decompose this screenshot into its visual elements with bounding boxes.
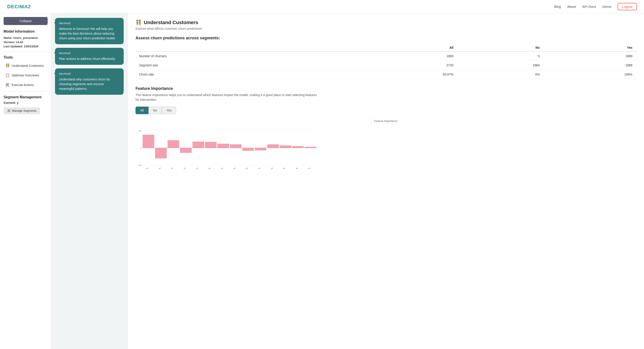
- manage-segments-button[interactable]: ⚒️ Manage Segments: [4, 107, 40, 114]
- model-last-updated-value: 13/01/2024: [24, 45, 38, 48]
- model-version-label: Version:: [4, 40, 15, 44]
- svg-rect-19: [218, 144, 229, 148]
- svg-text:0: 0: [140, 147, 141, 149]
- page-subtitle: Explore what affects customer churn pred…: [136, 27, 636, 30]
- svg-rect-11: [168, 140, 179, 148]
- row-yes: 1869: [544, 61, 636, 70]
- feature-importance-title: Feature Importance: [136, 86, 636, 91]
- logout-button[interactable]: Logout: [618, 3, 637, 10]
- chat-sender-2: decima2: [59, 72, 120, 75]
- toggle-yes-button[interactable]: Yes: [162, 107, 176, 114]
- svg-text:MultipleLines_No: MultipleLines_No: [288, 167, 298, 169]
- nav-api-docs[interactable]: API Docs: [582, 5, 596, 8]
- svg-rect-27: [268, 145, 279, 148]
- feature-importance-desc: The feature importance helps you to unde…: [136, 93, 319, 102]
- manage-segments-label: Manage Segments: [12, 109, 36, 112]
- row-yes: 1869: [544, 51, 636, 61]
- model-name-label: Name:: [4, 36, 12, 39]
- svg-text:Contract_Month-to-month: Contract_Month-to-month: [136, 167, 149, 169]
- row-all: 50.07%: [348, 70, 457, 79]
- tools-title: Tools: [4, 55, 48, 59]
- row-label: Segment size: [136, 61, 348, 70]
- optimise-outcomes-label: Optimise Outcomes: [12, 73, 39, 77]
- col-header-all: All: [348, 44, 457, 51]
- row-no: 0: [457, 51, 544, 61]
- svg-text:InternetService_No: InternetService_No: [200, 167, 211, 169]
- page-title: Understand Customers: [144, 20, 198, 25]
- svg-rect-21: [230, 145, 241, 148]
- svg-rect-33: [305, 147, 316, 148]
- sidebar-item-optimise-outcomes[interactable]: 📋 Optimise Outcomes: [4, 72, 48, 78]
- model-info-title: Model Information: [4, 29, 48, 33]
- table-row: Number of churners 1869 0 1869: [136, 51, 636, 61]
- svg-text:TechSupport_Yes: TechSupport_Yes: [226, 167, 236, 169]
- chat-text-2: Understand why customers churn by choosi…: [59, 77, 120, 91]
- toggle-all-button[interactable]: All: [136, 107, 148, 114]
- nav-links: Blog About API Docs Demo Logout: [554, 3, 637, 10]
- svg-rect-15: [192, 142, 204, 148]
- execute-actions-icon: ⚒️: [5, 83, 10, 87]
- svg-rect-7: [143, 135, 154, 148]
- app-body: Collapse Model Information Name: churn_p…: [0, 13, 644, 349]
- nav-blog[interactable]: Blog: [554, 5, 561, 8]
- page-icon: 🧑‍🤝‍🧑: [136, 20, 142, 25]
- sidebar-item-execute-actions[interactable]: ⚒️ Execute Actions: [4, 82, 48, 88]
- segments-heading: Assess churn predictions across segments…: [136, 36, 636, 40]
- chart-title-label: Feature Importance: [136, 119, 636, 123]
- row-all: 3733: [348, 61, 457, 70]
- table-row: Segment size 3733 1864 1869: [136, 61, 636, 70]
- optimise-outcomes-icon: 📋: [5, 73, 10, 77]
- main-content: 🧑‍🤝‍🧑 Understand Customers Explore what …: [128, 13, 644, 349]
- sidebar-item-understand-customers[interactable]: 🧑‍🤝‍🧑 Understand Customers: [4, 62, 48, 69]
- chart-container: Feature Importance 0.50-0.5Contract_Mont…: [136, 119, 636, 191]
- svg-text:PaymentMethod_Credit card (aut: PaymentMethod_Credit card (automatic): [226, 167, 248, 169]
- svg-text:0.5: 0.5: [138, 130, 141, 132]
- svg-rect-25: [255, 148, 266, 150]
- row-label: Number of churners: [136, 51, 348, 61]
- svg-text:StreamingTV_No: StreamingTV_No: [250, 167, 261, 169]
- svg-rect-13: [180, 148, 192, 153]
- chat-bubble-0: decima2 Welcome to Decima2! We will help…: [55, 18, 124, 44]
- collapse-button[interactable]: Collapse: [4, 17, 48, 25]
- col-header-no: No: [457, 44, 544, 51]
- model-last-updated-label: Last Updated:: [4, 45, 23, 48]
- svg-rect-29: [280, 145, 291, 148]
- chat-bubble-1: decima2 Plan actions to address churn ef…: [55, 48, 124, 65]
- chat-sender-0: decima2: [59, 21, 120, 25]
- segment-management-title: Segment Management: [4, 95, 48, 99]
- model-version-row: Version: v3.42: [4, 40, 48, 44]
- row-yes: 100%: [544, 70, 636, 79]
- row-label: Churn rate: [136, 70, 348, 79]
- segments-table: All No Yes Number of churners 1869 0 186…: [136, 44, 636, 79]
- feature-importance-chart: 0.50-0.5Contract_Month-to-monthOnlineSec…: [136, 124, 319, 169]
- page-header: 🧑‍🤝‍🧑 Understand Customers: [136, 20, 636, 25]
- chat-sender-1: decima2: [59, 51, 120, 55]
- segment-current-row: Current: y: [4, 101, 48, 105]
- chat-text-0: Welcome to Decima2! We will help you mak…: [59, 26, 120, 41]
- svg-rect-17: [205, 142, 216, 148]
- app-header: DECIMA2 Blog About API Docs Demo Logout: [0, 0, 644, 13]
- nav-demo[interactable]: Demo: [602, 5, 611, 8]
- svg-text:StreamingTV_Yes: StreamingTV_Yes: [275, 167, 286, 169]
- svg-rect-23: [242, 148, 254, 151]
- col-header-label: [136, 44, 348, 51]
- nav-about[interactable]: About: [567, 5, 576, 8]
- row-no: 1864: [457, 61, 544, 70]
- divider-2: [4, 91, 48, 92]
- row-all: 1869: [348, 51, 457, 61]
- understand-customers-label: Understand Customers: [12, 64, 44, 67]
- app-logo: DECIMA2: [7, 4, 31, 9]
- svg-text:-0.5: -0.5: [138, 164, 141, 166]
- svg-text:OnlineBackup_No internet servi: OnlineBackup_No internet service: [167, 167, 186, 169]
- row-no: 0%: [457, 70, 544, 79]
- chat-panel: decima2 Welcome to Decima2! We will help…: [52, 13, 128, 349]
- svg-text:Contract_One year: Contract_One year: [212, 167, 224, 169]
- model-name-value: churn_prevention: [13, 36, 38, 39]
- manage-segments-icon: ⚒️: [7, 109, 11, 112]
- table-row: Churn rate 50.07% 0% 100%: [136, 70, 636, 79]
- chart-area: 0.50-0.5Contract_Month-to-monthOnlineSec…: [136, 124, 319, 178]
- svg-rect-31: [292, 146, 304, 148]
- segment-current-label: Current:: [4, 101, 17, 105]
- model-name-row: Name: churn_prevention: [4, 36, 48, 39]
- toggle-no-button[interactable]: No: [148, 107, 162, 114]
